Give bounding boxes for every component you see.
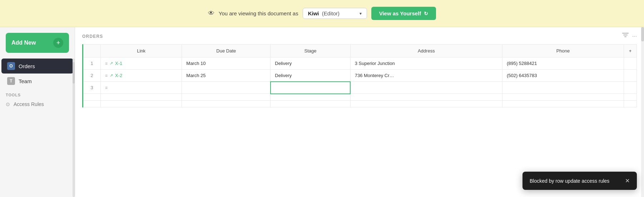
- empty-phone[interactable]: [502, 101, 624, 107]
- link-value-1: X-1: [115, 61, 122, 66]
- table-header-row: ORDERS ···: [82, 33, 637, 40]
- row-handle-icon: ≡: [105, 61, 108, 66]
- empty-phone[interactable]: [502, 94, 624, 101]
- address-cell-2[interactable]: 736 Monterey Cr…: [350, 70, 502, 82]
- sidebar-scrollbar[interactable]: [73, 59, 75, 197]
- toast-notification: Blocked by row update access rules ✕: [522, 172, 637, 190]
- empty-num: [83, 101, 101, 107]
- stage-cell-3[interactable]: [271, 82, 350, 94]
- empty-cell-2: [624, 70, 637, 82]
- empty-address[interactable]: [350, 94, 502, 101]
- dropdown-role: (Editor): [322, 10, 340, 16]
- add-column-button[interactable]: +: [624, 45, 637, 57]
- sidebar-item-access-rules[interactable]: ⊙ Access Rules: [0, 98, 75, 110]
- view-as-banner: 👁 You are viewing this document as Kiwi …: [0, 0, 644, 27]
- phone-cell-3[interactable]: [502, 82, 624, 94]
- table-title: ORDERS: [82, 34, 103, 39]
- due-date-cell-3[interactable]: [182, 82, 271, 94]
- table-scrollbar[interactable]: [641, 27, 644, 197]
- eye-icon: 👁: [208, 10, 214, 17]
- table-scrollbar-thumb: [641, 27, 644, 41]
- row-handle-icon: ≡: [105, 73, 108, 78]
- row-number-1: 1: [83, 57, 101, 70]
- sidebar-item-orders[interactable]: O Orders: [1, 59, 73, 74]
- empty-add: [624, 101, 637, 107]
- link-header: Link: [101, 45, 182, 57]
- link-cell-1[interactable]: ≡ ↗ X-1: [101, 57, 182, 70]
- empty-cell-3: [624, 82, 637, 94]
- empty-add: [624, 94, 637, 101]
- user-dropdown[interactable]: Kiwi (Editor) ▾: [303, 8, 367, 19]
- due-date-header: Due Date: [182, 45, 271, 57]
- table-header: Link Due Date Stage Address Phone +: [83, 45, 637, 57]
- due-date-cell-2[interactable]: March 25: [182, 70, 271, 82]
- table-actions: ···: [622, 33, 637, 40]
- team-icon: T: [7, 77, 15, 85]
- toast-close-button[interactable]: ✕: [625, 177, 630, 184]
- svg-rect-2: [624, 36, 626, 37]
- stage-cell-2[interactable]: Delivery: [271, 70, 350, 82]
- view-as-label: View as Yourself: [379, 10, 421, 16]
- empty-link[interactable]: [101, 94, 182, 101]
- row-number-3: 3: [83, 82, 101, 94]
- dropdown-user: Kiwi: [308, 10, 319, 16]
- content-area: ORDERS ··· Link Due Date Stage Address: [75, 27, 644, 197]
- svg-rect-1: [623, 35, 628, 35]
- tools-section-label: TOOLS: [0, 89, 75, 98]
- table-row-empty: [83, 101, 637, 107]
- view-as-yourself-button[interactable]: View as Yourself ↻: [371, 7, 436, 20]
- add-new-plus-icon: +: [53, 38, 63, 48]
- sidebar-nav: O Orders T Team TOOLS ⊙ Access Rules: [0, 59, 75, 197]
- chevron-down-icon: ▾: [360, 11, 362, 16]
- empty-due[interactable]: [182, 94, 271, 101]
- empty-due[interactable]: [182, 101, 271, 107]
- empty-cell-1: [624, 57, 637, 70]
- sidebar-item-orders-label: Orders: [19, 63, 35, 69]
- sidebar-item-team[interactable]: T Team: [1, 74, 73, 89]
- empty-link[interactable]: [101, 101, 182, 107]
- more-options-icon[interactable]: ···: [632, 33, 637, 40]
- empty-stage[interactable]: [271, 94, 350, 101]
- data-grid: Link Due Date Stage Address Phone + 1: [82, 44, 637, 107]
- empty-num: [83, 94, 101, 101]
- phone-cell-2[interactable]: (502) 6435783: [502, 70, 624, 82]
- svg-rect-0: [622, 33, 629, 34]
- banner-text: You are viewing this document as: [219, 10, 298, 16]
- main-layout: Add New + O Orders T Team TOOLS ⊙ Access…: [0, 27, 644, 197]
- table-row: 2 ≡ ↗ X-2 March 25 Delivery 736 Monterey…: [83, 70, 637, 82]
- table-row-empty: [83, 94, 637, 101]
- row-number-header: [83, 45, 101, 57]
- sidebar-item-team-label: Team: [19, 78, 32, 84]
- orders-icon: O: [7, 62, 15, 70]
- table-row: 1 ≡ ↗ X-1 March 10 Delivery 3 Superior J…: [83, 57, 637, 70]
- phone-header: Phone: [502, 45, 624, 57]
- access-rules-label: Access Rules: [14, 101, 44, 107]
- add-new-button[interactable]: Add New +: [6, 33, 69, 53]
- empty-stage[interactable]: [271, 101, 350, 107]
- stage-cell-1[interactable]: Delivery: [271, 57, 350, 70]
- sidebar-scrollbar-thumb: [73, 62, 75, 84]
- address-cell-3[interactable]: [350, 82, 502, 94]
- external-link-icon[interactable]: ↗: [110, 73, 113, 78]
- refresh-icon: ↻: [424, 11, 428, 16]
- link-cell-2[interactable]: ≡ ↗ X-2: [101, 70, 182, 82]
- link-value-2: X-2: [115, 73, 122, 78]
- add-new-label: Add New: [11, 40, 36, 46]
- sidebar: Add New + O Orders T Team TOOLS ⊙ Access…: [0, 27, 75, 197]
- empty-address[interactable]: [350, 101, 502, 107]
- toast-message: Blocked by row update access rules: [530, 178, 619, 184]
- due-date-cell-1[interactable]: March 10: [182, 57, 271, 70]
- external-link-icon[interactable]: ↗: [110, 61, 113, 66]
- phone-cell-1[interactable]: (895) 5288421: [502, 57, 624, 70]
- address-header: Address: [350, 45, 502, 57]
- stage-header: Stage: [271, 45, 350, 57]
- filter-icon[interactable]: [622, 33, 629, 40]
- access-rules-icon: ⊙: [6, 101, 10, 107]
- row-handle-icon: ≡: [105, 85, 108, 90]
- address-cell-1[interactable]: 3 Superior Junction: [350, 57, 502, 70]
- table-row: 3 ≡: [83, 82, 637, 94]
- row-number-2: 2: [83, 70, 101, 82]
- link-cell-3[interactable]: ≡: [101, 82, 182, 94]
